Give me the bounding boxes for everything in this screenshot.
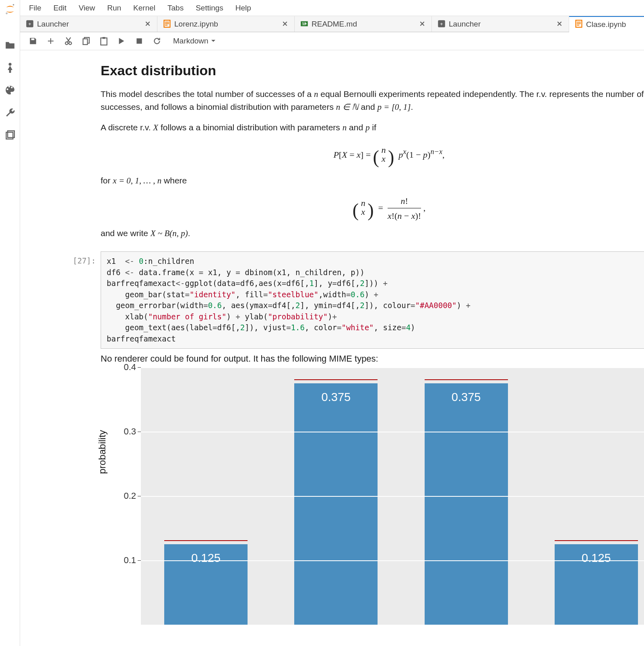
- run-button[interactable]: [114, 33, 130, 49]
- copy-button[interactable]: [78, 33, 94, 49]
- grid-line: [141, 432, 644, 432]
- bar-label: 0.375: [294, 391, 378, 404]
- tab-icon: [163, 20, 171, 29]
- cut-button[interactable]: [60, 33, 76, 49]
- cell-type-label: Markdown: [173, 37, 208, 45]
- svg-rect-6: [165, 23, 169, 24]
- error-bar: [294, 379, 378, 380]
- tab-label: Clase.ipynb: [586, 20, 644, 29]
- tab-icon: M: [300, 20, 308, 29]
- palette-icon[interactable]: [4, 84, 16, 96]
- error-bar: [555, 540, 638, 541]
- svg-text:+: +: [28, 21, 31, 27]
- tab-label: Launcher: [449, 20, 553, 29]
- grid-line: [141, 367, 644, 368]
- y-tick: 0.1: [124, 555, 141, 566]
- y-tick: 0.3: [124, 426, 141, 437]
- chart-ylabel: probability: [97, 430, 108, 474]
- markdown-cell[interactable]: Exact distribution This model describes …: [20, 50, 644, 251]
- stop-button[interactable]: [131, 33, 147, 49]
- code-cell[interactable]: [27]: x1 <- 0:n_children df6 <- data.fra…: [20, 251, 644, 349]
- svg-rect-24: [136, 38, 142, 43]
- code-editor[interactable]: x1 <- 0:n_children df6 <- data.frame(x =…: [101, 251, 644, 349]
- svg-rect-21: [83, 39, 87, 45]
- equation-1: P[X = x] = ( nx ) px(1 − p)n−x,: [101, 141, 644, 170]
- svg-rect-14: [577, 23, 581, 24]
- paragraph-1: This model describes the total number of…: [101, 88, 644, 114]
- error-bar: [164, 540, 248, 541]
- svg-rect-22: [101, 38, 107, 45]
- menu-bar: File Edit View Run Kernel Tabs Settings …: [20, 0, 644, 16]
- paragraph-4: and we write X ~ B(n, p).: [101, 227, 644, 240]
- menu-settings[interactable]: Settings: [190, 2, 229, 14]
- menu-run[interactable]: Run: [101, 2, 127, 14]
- svg-text:+: +: [440, 21, 443, 27]
- cell-type-select[interactable]: Markdown: [170, 35, 219, 47]
- menu-help[interactable]: Help: [230, 2, 257, 14]
- tab-label: Lorenz.ipynb: [174, 20, 279, 29]
- bar-label: 0.125: [555, 551, 638, 565]
- tab-label: Launcher: [37, 20, 142, 29]
- paragraph-2: A discrete r.v. X follows a a binomial d…: [101, 121, 644, 134]
- tab-1[interactable]: Lorenz.ipynb: [157, 16, 295, 32]
- y-tick: 0.2: [124, 491, 141, 501]
- chevron-down-icon: [211, 39, 216, 43]
- tab-label: README.md: [312, 20, 416, 29]
- tab-icon: [575, 20, 583, 29]
- insert-cell-button[interactable]: [43, 33, 59, 49]
- svg-rect-13: [577, 22, 581, 23]
- file-browser-icon[interactable]: [4, 39, 16, 51]
- bar: 0.125: [555, 544, 638, 625]
- svg-rect-23: [103, 37, 105, 39]
- left-sidebar: [0, 32, 20, 646]
- bar-label: 0.375: [425, 391, 508, 404]
- grid-line: [141, 560, 644, 561]
- error-bar: [425, 379, 508, 380]
- restart-button[interactable]: [149, 33, 165, 49]
- bar-label: 0.125: [164, 551, 248, 565]
- close-icon[interactable]: [282, 21, 289, 27]
- svg-point-16: [8, 63, 11, 66]
- mime-warning: No renderer could be found for output. I…: [101, 354, 644, 364]
- menu-edit[interactable]: Edit: [48, 2, 72, 14]
- menu-view[interactable]: View: [73, 2, 101, 14]
- svg-rect-5: [165, 22, 169, 23]
- notebook-toolbar: Markdown R: [20, 32, 644, 50]
- svg-rect-7: [165, 25, 167, 25]
- tab-2[interactable]: MREADME.md: [295, 16, 432, 32]
- menu-kernel[interactable]: Kernel: [128, 2, 161, 14]
- equation-2: ( nx ) = n! x!(n − x)! ,: [101, 194, 644, 223]
- close-icon[interactable]: [557, 21, 563, 27]
- close-icon[interactable]: [145, 21, 151, 27]
- bar-chart: probability 0.1250.3750.3750.125 0.10.20…: [101, 367, 644, 625]
- tab-3[interactable]: +Launcher: [432, 16, 569, 32]
- tab-icon: +: [26, 20, 34, 29]
- tab-0[interactable]: +Launcher: [20, 16, 157, 32]
- running-icon[interactable]: [4, 62, 16, 73]
- paste-button[interactable]: [96, 33, 112, 49]
- tab-icon: +: [438, 20, 446, 29]
- bar: 0.125: [164, 544, 248, 625]
- y-tick: 0.4: [124, 362, 141, 372]
- cell-prompt: [27]:: [20, 251, 101, 349]
- svg-point-0: [12, 4, 14, 6]
- close-icon[interactable]: [419, 21, 426, 27]
- tab-4[interactable]: Clase.ipynb: [569, 16, 644, 32]
- svg-rect-15: [577, 25, 579, 26]
- svg-point-1: [6, 12, 8, 14]
- bar: 0.375: [425, 383, 508, 625]
- jupyter-logo[interactable]: [0, 0, 20, 32]
- cell-output: No renderer could be found for output. I…: [20, 349, 644, 625]
- grid-line: [141, 496, 644, 497]
- menu-tabs[interactable]: Tabs: [162, 2, 189, 14]
- tab-bar: +LauncherLorenz.ipynbMREADME.md+Launcher…: [20, 16, 644, 32]
- tabs-icon[interactable]: [4, 130, 16, 141]
- bar: 0.375: [294, 383, 378, 625]
- menu-file[interactable]: File: [23, 2, 47, 14]
- wrench-icon[interactable]: [4, 107, 16, 118]
- save-button[interactable]: [25, 33, 41, 49]
- paragraph-3: for x = 0, 1, … , n where: [101, 174, 644, 187]
- heading: Exact distribution: [101, 60, 644, 81]
